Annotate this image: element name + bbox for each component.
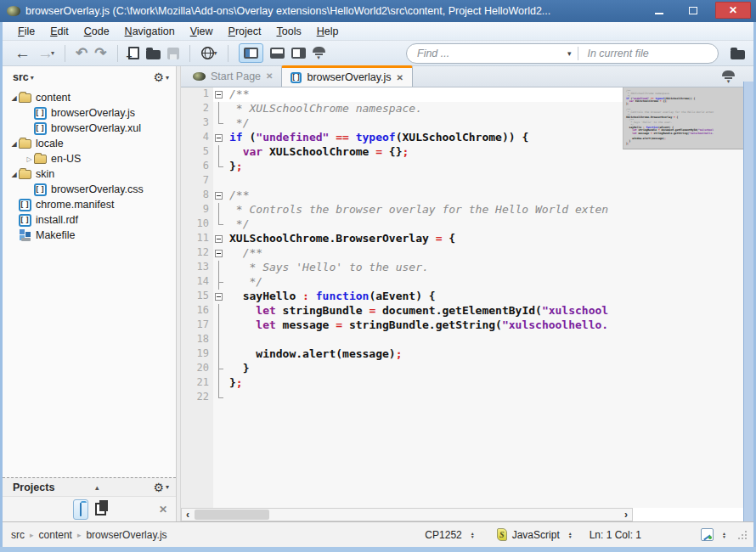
menu-item-project[interactable]: Project bbox=[222, 24, 268, 39]
tree-item-chrome.manifest[interactable]: []chrome.manifest bbox=[3, 197, 176, 212]
expander-icon[interactable]: ◢ bbox=[9, 171, 19, 178]
hscroll-thumb[interactable] bbox=[195, 510, 269, 520]
menu-item-edit[interactable]: Edit bbox=[43, 24, 76, 39]
fold-toggle[interactable] bbox=[213, 87, 225, 102]
editor-body[interactable]: 12345678910111213141516171819202122 /** … bbox=[181, 87, 753, 508]
code-line[interactable] bbox=[225, 391, 753, 405]
tree-item-browserOverlay.js[interactable]: []browserOverlay.js bbox=[3, 105, 176, 121]
tree-item-label: browserOverlay.css bbox=[51, 183, 144, 195]
menu-item-file[interactable]: File bbox=[11, 24, 42, 39]
line-number: 4 bbox=[181, 131, 213, 145]
duplicate-icon-button[interactable] bbox=[95, 503, 106, 515]
fold-toggle[interactable] bbox=[213, 290, 225, 304]
expander-icon[interactable]: ▷ bbox=[25, 155, 34, 163]
code-line[interactable]: XULSchoolChrome.BrowserOverlay = { bbox=[225, 232, 753, 246]
find-scope[interactable]: In current file bbox=[578, 48, 718, 59]
fold-gutter[interactable] bbox=[213, 87, 225, 508]
open-project-button[interactable] bbox=[73, 499, 88, 520]
language-selector[interactable]: S JavaScript ▲▼ bbox=[497, 528, 573, 541]
fold-toggle[interactable] bbox=[213, 232, 225, 246]
scroll-left-icon[interactable]: ‹ bbox=[182, 509, 194, 521]
close-button[interactable]: ✕ bbox=[715, 2, 751, 19]
code-line[interactable]: let stringBundle = document.getElementBy… bbox=[225, 304, 753, 318]
fold-toggle[interactable] bbox=[213, 131, 225, 145]
projects-header[interactable]: Projects ▴ ⚙ ▾ bbox=[3, 477, 176, 496]
breadcrumb-item[interactable]: browserOverlay.js bbox=[86, 529, 166, 541]
breadcrumb-item[interactable]: content bbox=[39, 529, 72, 541]
code-line[interactable]: sayHello : function(aEvent) { bbox=[225, 290, 753, 304]
horizontal-scrollbar[interactable]: ‹ › bbox=[181, 508, 633, 521]
ui-lamp-button[interactable]: ▾ bbox=[722, 70, 735, 83]
menu-item-view[interactable]: View bbox=[183, 24, 220, 39]
tab-start-page[interactable]: Start Page✕ bbox=[184, 65, 281, 87]
places-title[interactable]: src bbox=[13, 71, 29, 83]
places-settings-button[interactable]: ⚙ ▾ bbox=[153, 70, 169, 84]
places-dropdown-icon[interactable]: ▾ bbox=[31, 74, 34, 82]
code-line[interactable]: let message = stringBundle.getString("xu… bbox=[225, 318, 753, 333]
collapse-icon[interactable]: ▴ bbox=[95, 483, 99, 492]
new-file-button[interactable] bbox=[128, 47, 139, 59]
expander-icon[interactable]: ◢ bbox=[9, 140, 19, 148]
line-number: 10 bbox=[181, 217, 213, 232]
save-button[interactable] bbox=[167, 48, 179, 59]
close-pane-button[interactable]: ✕ bbox=[159, 504, 167, 515]
tree-item-install.rdf[interactable]: []install.rdf bbox=[3, 212, 176, 228]
menu-item-navigation[interactable]: Navigation bbox=[118, 24, 182, 39]
find-box[interactable]: Find ... ▾ In current file bbox=[406, 43, 719, 64]
tree-item-en-US[interactable]: ▷en-US bbox=[3, 151, 176, 166]
code-line[interactable]: * Says 'Hello' to the user. bbox=[225, 261, 753, 275]
resize-grip[interactable] bbox=[738, 531, 747, 539]
menu-item-code[interactable]: Code bbox=[77, 24, 116, 39]
lamp-icon bbox=[313, 47, 325, 53]
ui-lamp-button[interactable]: ▾ bbox=[313, 47, 325, 59]
code-line[interactable]: } bbox=[225, 362, 753, 376]
projects-settings-button[interactable]: ⚙ ▾ bbox=[153, 481, 169, 494]
fold-toggle[interactable] bbox=[213, 189, 225, 203]
menu-item-tools[interactable]: Tools bbox=[269, 24, 307, 39]
expander-icon[interactable]: ◢ bbox=[9, 94, 19, 102]
tree-item-browserOverlay.css[interactable]: []browserOverlay.css bbox=[3, 182, 176, 197]
breadcrumb-item[interactable]: src bbox=[11, 529, 25, 541]
code-line[interactable]: /** bbox=[225, 189, 753, 203]
minimap[interactable]: /** * XULSchoolChrome namespace. */if ("… bbox=[623, 87, 743, 149]
code-line[interactable]: /** bbox=[225, 246, 753, 261]
forward-button[interactable]: → ▾ bbox=[37, 45, 54, 62]
tree-item-browserOverlay.xul[interactable]: []browserOverlay.xul bbox=[3, 121, 176, 136]
code-line[interactable]: }; bbox=[225, 160, 753, 174]
code-line[interactable]: window.alert(message); bbox=[225, 347, 753, 362]
tree-item-content[interactable]: ◢content bbox=[3, 90, 176, 105]
preview-in-browser-button[interactable]: ▾ bbox=[200, 46, 217, 60]
encoding-selector[interactable]: CP1252 ▲▼ bbox=[425, 529, 474, 541]
undo-button[interactable]: ↶ bbox=[76, 45, 87, 62]
fold-toggle[interactable] bbox=[213, 246, 225, 261]
maximize-button[interactable] bbox=[681, 2, 705, 19]
tab-close-icon[interactable]: ✕ bbox=[397, 73, 403, 82]
javascript-icon: S bbox=[497, 528, 507, 541]
back-button[interactable]: ← bbox=[14, 45, 31, 62]
code-area[interactable]: /** * XULSchoolChrome namespace. */if ("… bbox=[225, 87, 753, 508]
code-line[interactable]: */ bbox=[225, 217, 753, 232]
minimize-button[interactable] bbox=[647, 2, 671, 19]
toggle-right-pane-button[interactable] bbox=[291, 48, 306, 59]
open-file-button[interactable] bbox=[146, 50, 161, 59]
syntax-check-status[interactable]: ▲▼ bbox=[701, 528, 726, 541]
menu-item-help[interactable]: Help bbox=[310, 24, 346, 39]
tab-browseroverlay.js[interactable]: []browserOverlay.js✕ bbox=[281, 65, 413, 87]
vertical-scrollbar[interactable] bbox=[743, 82, 753, 521]
find-in-files-button[interactable] bbox=[731, 50, 745, 59]
scroll-right-icon[interactable]: › bbox=[620, 509, 632, 521]
redo-button[interactable]: ↷ bbox=[94, 45, 106, 62]
code-line[interactable] bbox=[225, 174, 753, 189]
toggle-bottom-pane-button[interactable] bbox=[270, 48, 285, 59]
code-line[interactable]: * Controls the browser overlay for the H… bbox=[225, 203, 753, 217]
tab-close-icon[interactable]: ✕ bbox=[266, 71, 273, 81]
find-input[interactable]: Find ... bbox=[407, 48, 561, 59]
code-line[interactable]: }; bbox=[225, 376, 753, 391]
find-dropdown-icon[interactable]: ▾ bbox=[561, 49, 578, 58]
code-line[interactable] bbox=[225, 333, 753, 347]
tree-item-locale[interactable]: ◢locale bbox=[3, 136, 176, 151]
tree-item-Makefile[interactable]: Makefile bbox=[3, 228, 176, 243]
code-line[interactable]: */ bbox=[225, 275, 753, 290]
tree-item-skin[interactable]: ◢skin bbox=[3, 166, 176, 182]
toggle-left-pane-button[interactable] bbox=[239, 43, 263, 63]
